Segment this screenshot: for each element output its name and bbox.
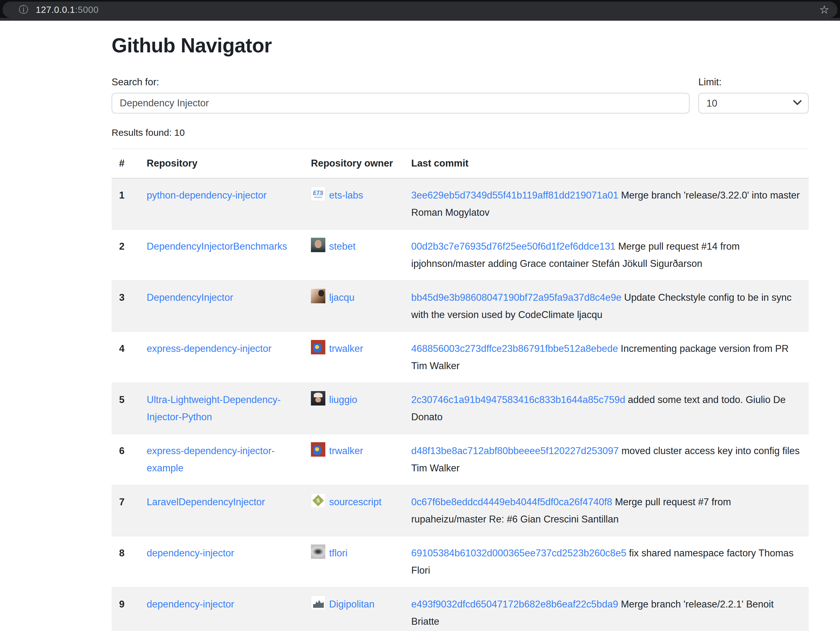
owner-cell: trwalker bbox=[303, 332, 404, 383]
commit-hash-link[interactable]: e493f9032dfcd65047172b682e8b6eaf22c5bda9 bbox=[411, 599, 618, 610]
owner-link[interactable]: ets-labs bbox=[329, 190, 363, 201]
owner-avatar: ETS bbox=[311, 187, 325, 201]
table-header-row: # Repository Repository owner Last commi… bbox=[112, 149, 808, 179]
owner-link[interactable]: stebet bbox=[329, 241, 355, 252]
repository-link[interactable]: dependency-injector bbox=[147, 599, 234, 610]
page-content: Github Navigator Search for: Limit: 10 R… bbox=[0, 34, 840, 631]
owner-link[interactable]: trwalker bbox=[329, 343, 363, 354]
commit-hash-link[interactable]: 3ee629eb5d7349d55f41b119aff81dd219071a01 bbox=[411, 190, 618, 201]
commit-hash-link[interactable]: 2c30746c1a91b4947583416c833b1644a85c759d bbox=[411, 394, 625, 405]
table-row: 5Ultra-Lightweight-Dependency-Injector-P… bbox=[112, 383, 808, 434]
search-input[interactable] bbox=[112, 93, 690, 114]
commit-hash-link[interactable]: d48f13be8ac712abf80bbeeee5f120227d253097 bbox=[411, 445, 619, 456]
repository-cell: DependencyInjectorBenchmarks bbox=[139, 229, 303, 281]
owner-avatar: S bbox=[311, 493, 325, 508]
row-number: 3 bbox=[112, 281, 139, 332]
repository-link[interactable]: python-dependency-injector bbox=[147, 190, 267, 201]
row-number: 7 bbox=[112, 485, 139, 536]
table-row: 1python-dependency-injectorETSets-labs3e… bbox=[112, 178, 808, 229]
owner-link[interactable]: sourcescript bbox=[329, 497, 381, 508]
commit-hash-link[interactable]: bb45d9e3b98608047190bf72a95fa9a37d8c4e9e bbox=[411, 292, 622, 303]
site-info-icon[interactable]: ⓘ bbox=[19, 5, 28, 14]
row-number: 6 bbox=[112, 434, 139, 485]
header-last-commit: Last commit bbox=[404, 149, 808, 179]
browser-chrome: ⓘ 127.0.0.1:5000 ☆ bbox=[0, 0, 840, 21]
url-host: 127.0.0.1 bbox=[36, 5, 75, 15]
owner-avatar bbox=[311, 289, 325, 303]
search-label: Search for: bbox=[112, 76, 690, 88]
table-row: 3DependencyInjectorljacqubb45d9e3b986080… bbox=[112, 281, 808, 332]
last-commit-cell: 3ee629eb5d7349d55f41b119aff81dd219071a01… bbox=[404, 178, 808, 229]
owner-cell: liuggio bbox=[303, 383, 404, 434]
commit-hash-link[interactable]: 468856003c273dffce23b86791fbbe512a8ebede bbox=[411, 343, 618, 354]
header-repository-owner: Repository owner bbox=[303, 149, 404, 179]
search-group: Search for: bbox=[112, 76, 690, 114]
owner-cell: trwalker bbox=[303, 434, 404, 485]
row-number: 9 bbox=[112, 587, 139, 631]
url-text[interactable]: 127.0.0.1:5000 bbox=[36, 5, 99, 15]
repository-cell: dependency-injector bbox=[139, 587, 303, 631]
last-commit-cell: d48f13be8ac712abf80bbeeee5f120227d253097… bbox=[404, 434, 808, 485]
row-number: 4 bbox=[112, 332, 139, 383]
owner-link[interactable]: ljacqu bbox=[329, 292, 354, 303]
repository-link[interactable]: DependencyInjectorBenchmarks bbox=[147, 241, 287, 252]
limit-group: Limit: 10 bbox=[698, 76, 808, 114]
row-number: 2 bbox=[112, 229, 139, 281]
row-number: 1 bbox=[112, 178, 139, 229]
repository-cell: LaravelDependencyInjector bbox=[139, 485, 303, 536]
owner-link[interactable]: tflori bbox=[329, 547, 347, 558]
results-table-body: 1python-dependency-injectorETSets-labs3e… bbox=[112, 178, 808, 631]
owner-cell: tflori bbox=[303, 536, 404, 587]
row-number: 8 bbox=[112, 536, 139, 587]
repository-link[interactable]: DependencyInjector bbox=[147, 292, 233, 303]
url-port: :5000 bbox=[75, 5, 98, 15]
repository-cell: Ultra-Lightweight-Dependency-Injector-Py… bbox=[139, 383, 303, 434]
chrome-toolbar-strip bbox=[0, 18, 840, 21]
repository-link[interactable]: express-dependency-injector-example bbox=[147, 445, 275, 474]
last-commit-cell: 00d2b3c7e76935d76f25ee50f6d1f2ef6ddce131… bbox=[404, 229, 808, 281]
table-row: 6express-dependency-injector-exampletrwa… bbox=[112, 434, 808, 485]
search-form: Search for: Limit: 10 bbox=[112, 76, 808, 114]
repository-cell: python-dependency-injector bbox=[139, 178, 303, 229]
url-bar[interactable]: ⓘ 127.0.0.1:5000 ☆ bbox=[3, 2, 837, 18]
last-commit-cell: 468856003c273dffce23b86791fbbe512a8ebede… bbox=[404, 332, 808, 383]
limit-select-wrap: 10 bbox=[698, 93, 808, 114]
owner-avatar bbox=[311, 391, 325, 405]
owner-cell: ETSets-labs bbox=[303, 178, 404, 229]
owner-link[interactable]: trwalker bbox=[329, 445, 363, 456]
table-row: 9dependency-injectorDigipolitane493f9032… bbox=[112, 587, 808, 631]
owner-cell: Digipolitan bbox=[303, 587, 404, 631]
repository-link[interactable]: LaravelDependencyInjector bbox=[147, 497, 265, 508]
repository-link[interactable]: Ultra-Lightweight-Dependency-Injector-Py… bbox=[147, 394, 281, 422]
owner-link[interactable]: Digipolitan bbox=[329, 599, 374, 610]
repository-link[interactable]: express-dependency-injector bbox=[147, 343, 272, 354]
owner-avatar bbox=[311, 340, 325, 354]
repository-cell: express-dependency-injector bbox=[139, 332, 303, 383]
owner-avatar bbox=[311, 442, 325, 457]
table-row: 2DependencyInjectorBenchmarksstebet00d2b… bbox=[112, 229, 808, 281]
last-commit-cell: 0c67f6be8eddcd4449eb4044f5df0ca26f4740f8… bbox=[404, 485, 808, 536]
results-summary: Results found: 10 bbox=[112, 127, 840, 138]
header-num: # bbox=[112, 149, 139, 179]
row-number: 5 bbox=[112, 383, 139, 434]
table-row: 8dependency-injectortflori69105384b61032… bbox=[112, 536, 808, 587]
table-row: 7LaravelDependencyInjectorSsourcescript0… bbox=[112, 485, 808, 536]
last-commit-cell: bb45d9e3b98608047190bf72a95fa9a37d8c4e9e… bbox=[404, 281, 808, 332]
bookmark-star-icon[interactable]: ☆ bbox=[819, 4, 829, 15]
commit-hash-link[interactable]: 00d2b3c7e76935d76f25ee50f6d1f2ef6ddce131 bbox=[411, 241, 616, 252]
repository-cell: DependencyInjector bbox=[139, 281, 303, 332]
repository-link[interactable]: dependency-injector bbox=[147, 547, 234, 558]
repository-cell: dependency-injector bbox=[139, 536, 303, 587]
last-commit-cell: e493f9032dfcd65047172b682e8b6eaf22c5bda9… bbox=[404, 587, 808, 631]
owner-avatar bbox=[311, 544, 325, 559]
owner-cell: Ssourcescript bbox=[303, 485, 404, 536]
page-title: Github Navigator bbox=[112, 34, 840, 57]
commit-hash-link[interactable]: 0c67f6be8eddcd4449eb4044f5df0ca26f4740f8 bbox=[411, 497, 612, 508]
owner-link[interactable]: liuggio bbox=[329, 394, 357, 405]
owner-avatar bbox=[311, 238, 325, 252]
limit-select[interactable]: 10 bbox=[698, 93, 808, 114]
table-row: 4express-dependency-injectortrwalker4688… bbox=[112, 332, 808, 383]
commit-hash-link[interactable]: 69105384b61032d000365ee737cd2523b260c8e5 bbox=[411, 547, 626, 558]
header-repository: Repository bbox=[139, 149, 303, 179]
owner-cell: ljacqu bbox=[303, 281, 404, 332]
